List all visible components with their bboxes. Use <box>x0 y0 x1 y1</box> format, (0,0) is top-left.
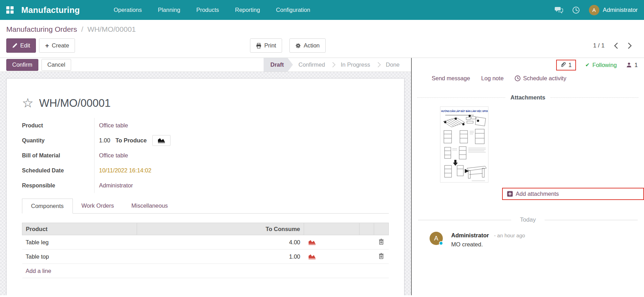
date-divider: Today <box>418 216 638 223</box>
dotted-divider <box>551 97 638 98</box>
tab-miscellaneous[interactable]: Miscellaneous <box>123 199 177 213</box>
field-row-quantity: Quantity 1.00 To Produce <box>22 133 389 148</box>
breadcrumb-separator: / <box>81 25 83 33</box>
stage-done[interactable]: Done <box>380 61 405 68</box>
nav-right: A Administrator <box>554 5 638 15</box>
action-button[interactable]: Action <box>289 38 326 53</box>
breadcrumb-parent[interactable]: Manufacturing Orders <box>6 25 77 33</box>
delete-row-icon[interactable] <box>379 253 384 259</box>
favorite-star-icon[interactable]: ☆ <box>22 97 33 110</box>
plus-square-icon <box>507 191 513 197</box>
attachment-thumbnail[interactable]: HƯỚNG DẪN LẮP ĐẶT BÀN LÀM VIỆC GP09 <box>440 106 488 183</box>
nav-item-products[interactable]: Products <box>188 0 227 20</box>
plus-icon: + <box>45 42 49 49</box>
field-row-scheduled-date: Scheduled Date 10/11/2022 16:14:02 <box>22 163 389 178</box>
attachment-thumb-title: HƯỚNG DẪN LẮP ĐẶT BÀN LÀM VIỆC GP09 <box>441 110 488 112</box>
top-nav: Manufacturing Operations Planning Produc… <box>0 0 644 20</box>
messages-icon[interactable] <box>554 6 563 14</box>
activities-clock-icon[interactable] <box>572 6 580 14</box>
tab-work-orders[interactable]: Work Orders <box>73 199 123 213</box>
user-avatar[interactable]: A <box>589 5 599 15</box>
breadcrumb: Manufacturing Orders / WH/MO/00001 <box>6 25 638 34</box>
sheet-background: ☆ WH/MO/00001 Product Office table Quant… <box>0 72 411 295</box>
message-avatar[interactable]: A <box>430 232 443 245</box>
divider-line <box>418 220 511 220</box>
nav-item-operations[interactable]: Operations <box>106 0 150 20</box>
online-status-dot <box>439 241 443 245</box>
followers-button[interactable]: 1 <box>626 62 638 68</box>
edit-button[interactable]: Edit <box>6 38 36 53</box>
message-author[interactable]: Administrator <box>451 232 489 238</box>
pager-previous-icon[interactable] <box>614 42 618 49</box>
field-label: Responsible <box>22 183 94 189</box>
area-chart-icon <box>158 138 165 143</box>
tab-components[interactable]: Components <box>22 199 73 214</box>
attachments-count: 1 <box>568 62 571 68</box>
confirm-button[interactable]: Confirm <box>6 59 38 71</box>
create-button[interactable]: + Create <box>39 38 75 53</box>
attachments-section-header: Attachments <box>417 94 638 101</box>
person-icon <box>626 62 632 68</box>
responsible-value-link[interactable]: Administrator <box>99 182 133 189</box>
cancel-button[interactable]: Cancel <box>41 59 71 71</box>
chatter-pane: 1 ✔ Following 1 Send message Log note Sc… <box>411 58 644 295</box>
stage-in-progress[interactable]: In Progress <box>335 61 376 68</box>
field-row-bom: Bill of Material Office table <box>22 148 389 163</box>
chevron-separator-icon <box>375 62 381 68</box>
notebook-tabs: Components Work Orders Miscellaneous <box>22 199 389 214</box>
printer-icon <box>256 43 262 49</box>
record-title: WH/MO/00001 <box>39 97 111 110</box>
following-label: Following <box>592 62 617 68</box>
column-header-to-consume[interactable]: To Consume <box>137 223 304 235</box>
forecast-chart-icon-red[interactable] <box>308 254 356 260</box>
scheduled-date-value: 10/11/2022 16:14:02 <box>99 167 151 174</box>
control-panel: Manufacturing Orders / WH/MO/00001 Edit … <box>0 20 644 58</box>
field-label: Scheduled Date <box>22 168 94 174</box>
attachments-title: Attachments <box>510 94 545 101</box>
delete-row-icon[interactable] <box>379 239 384 245</box>
field-label: Bill of Material <box>22 153 94 159</box>
message-body: Administrator - an hour ago MO created. <box>451 232 525 248</box>
edit-button-label: Edit <box>20 42 30 49</box>
cell-to-consume[interactable]: 4.00 <box>137 235 304 250</box>
action-button-label: Action <box>304 42 320 49</box>
stage-confirmed[interactable]: Confirmed <box>293 61 331 68</box>
forecast-chart-icon-red[interactable] <box>308 239 356 245</box>
nav-item-reporting[interactable]: Reporting <box>227 0 268 20</box>
table-row[interactable]: Table leg 4.00 <box>22 235 389 250</box>
stage-draft[interactable]: Draft <box>264 58 293 72</box>
nav-item-planning[interactable]: Planning <box>150 0 188 20</box>
breadcrumb-current: WH/MO/00001 <box>88 25 136 33</box>
app-title[interactable]: Manufacturing <box>21 5 80 15</box>
print-button[interactable]: Print <box>250 38 282 53</box>
following-button[interactable]: ✔ Following <box>585 62 617 68</box>
date-divider-label: Today <box>520 216 536 223</box>
column-header-product[interactable]: Product <box>22 223 137 235</box>
print-button-label: Print <box>264 42 276 49</box>
create-button-label: Create <box>52 42 69 49</box>
add-attachments-button[interactable]: Add attachments <box>502 188 644 200</box>
field-row-product: Product Office table <box>22 118 389 133</box>
gear-icon <box>295 43 301 49</box>
title-row: ☆ WH/MO/00001 <box>22 97 389 110</box>
schedule-activity-label: Schedule activity <box>523 75 566 82</box>
pager-next-icon[interactable] <box>628 42 632 49</box>
add-a-line-link[interactable]: Add a line <box>26 268 51 274</box>
nav-item-configuration[interactable]: Configuration <box>268 0 318 20</box>
apps-menu-icon[interactable] <box>6 6 14 14</box>
cell-to-consume[interactable]: 1.00 <box>137 250 304 264</box>
bom-value-link[interactable]: Office table <box>99 152 128 159</box>
cell-product[interactable]: Table leg <box>22 235 137 250</box>
log-note-button[interactable]: Log note <box>481 75 503 82</box>
table-row[interactable]: Table top 1.00 <box>22 250 389 264</box>
cell-product[interactable]: Table top <box>22 250 137 264</box>
chevron-separator-icon <box>330 62 336 68</box>
attachments-counter-button[interactable]: 1 <box>556 60 576 70</box>
dotted-divider <box>417 97 505 98</box>
send-message-button[interactable]: Send message <box>432 75 470 82</box>
product-value-link[interactable]: Office table <box>99 122 128 129</box>
forecast-chart-button[interactable] <box>152 135 171 146</box>
schedule-activity-button[interactable]: Schedule activity <box>515 75 566 82</box>
user-name[interactable]: Administrator <box>603 7 638 14</box>
divider-line <box>545 220 638 220</box>
